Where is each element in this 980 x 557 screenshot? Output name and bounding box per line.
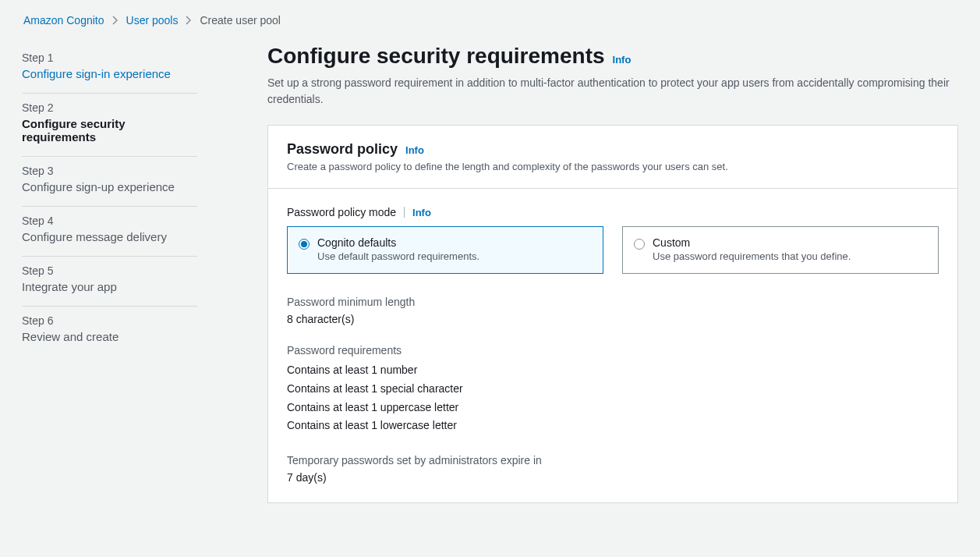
policy-mode-label: Password policy mode [287, 206, 396, 218]
main-content: Configure security requirements Info Set… [267, 44, 958, 503]
wizard-steps: Step 1 Configure sign-in experience Step… [22, 44, 197, 503]
step-number: Step 4 [22, 215, 197, 227]
info-link[interactable]: Info [613, 54, 632, 66]
step-title: Review and create [22, 330, 197, 343]
radio-description: Use password requirements that you defin… [653, 250, 851, 262]
wizard-step-3: Step 3 Configure sign-up experience [22, 157, 197, 207]
step-title: Integrate your app [22, 280, 197, 293]
panel-description: Create a password policy to define the l… [287, 161, 939, 172]
wizard-step-5: Step 5 Integrate your app [22, 257, 197, 307]
radio-title: Custom [653, 236, 851, 249]
step-number: Step 6 [22, 314, 197, 327]
step-title: Configure security requirements [22, 117, 197, 144]
info-link[interactable]: Info [412, 207, 431, 218]
panel-title: Password policy [287, 141, 398, 158]
step-title: Configure sign-up experience [22, 180, 197, 193]
step-title: Configure message delivery [22, 230, 197, 243]
chevron-right-icon [112, 16, 119, 25]
wizard-step-2: Step 2 Configure security requirements [22, 94, 197, 157]
radio-icon [299, 239, 310, 250]
page-subtitle: Set up a strong password requirement in … [267, 75, 958, 108]
radio-title: Cognito defaults [317, 236, 479, 249]
step-number: Step 5 [22, 264, 197, 277]
requirement-item: Contains at least 1 number [287, 361, 939, 380]
radio-icon [634, 239, 645, 250]
temp-password-value: 7 day(s) [287, 471, 939, 484]
requirement-item: Contains at least 1 lowercase letter [287, 417, 939, 435]
info-link[interactable]: Info [405, 144, 424, 156]
wizard-step-4: Step 4 Configure message delivery [22, 207, 197, 257]
breadcrumb-link-cognito[interactable]: Amazon Cognito [23, 14, 104, 27]
min-length-label: Password minimum length [287, 296, 939, 308]
step-title[interactable]: Configure sign-in experience [22, 67, 197, 80]
divider [404, 207, 405, 218]
page-title: Configure security requirements [267, 44, 605, 69]
wizard-step-6: Step 6 Review and create [22, 307, 197, 356]
min-length-value: 8 character(s) [287, 313, 939, 325]
radio-description: Use default password requirements. [317, 250, 479, 262]
step-number: Step 1 [22, 51, 197, 64]
breadcrumb-link-user-pools[interactable]: User pools [126, 14, 179, 27]
step-number: Step 3 [22, 165, 197, 177]
step-number: Step 2 [22, 101, 197, 114]
requirements-label: Password requirements [287, 344, 939, 357]
requirement-item: Contains at least 1 uppercase letter [287, 399, 939, 417]
breadcrumb-current: Create user pool [200, 14, 281, 27]
password-policy-panel: Password policy Info Create a password p… [267, 125, 958, 503]
policy-mode-option-cognito-defaults[interactable]: Cognito defaults Use default password re… [287, 226, 603, 274]
requirements-list: Contains at least 1 number Contains at l… [287, 361, 939, 435]
chevron-right-icon [186, 16, 192, 25]
wizard-step-1[interactable]: Step 1 Configure sign-in experience [22, 44, 197, 94]
policy-mode-option-custom[interactable]: Custom Use password requirements that yo… [622, 226, 939, 274]
temp-password-label: Temporary passwords set by administrator… [287, 454, 939, 467]
requirement-item[interactable]: Contains at least 1 special character [287, 382, 463, 395]
breadcrumb: Amazon Cognito User pools Create user po… [22, 14, 958, 27]
policy-mode-tiles: Cognito defaults Use default password re… [287, 226, 939, 274]
